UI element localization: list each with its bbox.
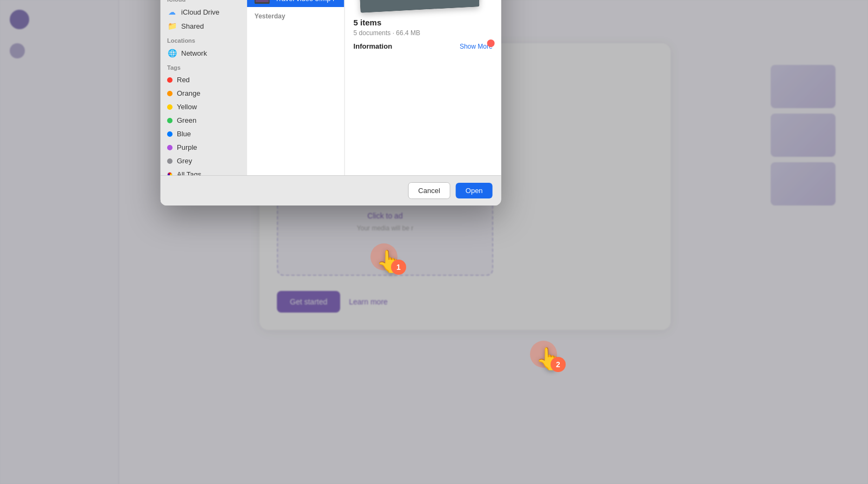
sidebar-label-blue: Blue xyxy=(177,130,191,138)
sidebar-item-shared[interactable]: 📁 Shared xyxy=(161,19,247,33)
preview-images-container xyxy=(358,0,488,7)
preview-info-row: Information Show More xyxy=(354,42,493,50)
sidebar-icloud-label: iCloud xyxy=(161,0,247,5)
cancel-button[interactable]: Cancel xyxy=(408,182,450,199)
sidebar-label-network: Network xyxy=(181,49,207,57)
red-tag-dot xyxy=(167,77,173,83)
open-button[interactable]: Open xyxy=(456,183,493,198)
sidebar-item-grey[interactable]: Grey xyxy=(161,154,247,168)
sidebar-locations-label: Locations xyxy=(161,33,247,46)
yesterday-header: Yesterday xyxy=(247,7,344,23)
sidebar-item-purple[interactable]: Purple xyxy=(161,141,247,154)
orange-tag-dot xyxy=(167,91,173,96)
dialog-preview: 5 items 5 documents · 66.4 MB Informatio… xyxy=(344,0,501,175)
green-tag-dot xyxy=(167,118,173,123)
sidebar-item-all-tags[interactable]: All Tags... xyxy=(161,168,247,175)
sidebar-item-icloud-drive[interactable]: ☁ iCloud Drive xyxy=(161,5,247,19)
dialog-footer: Cancel Open xyxy=(161,175,501,205)
sidebar-item-yellow[interactable]: Yellow xyxy=(161,100,247,114)
sidebar-item-network[interactable]: 🌐 Network xyxy=(161,46,247,60)
dialog-filelist[interactable]: Today Travel video 1.mp4 Travel video 2.… xyxy=(247,0,344,175)
preview-size: 5 documents · 66.4 MB xyxy=(354,29,493,37)
dialog-close-button[interactable] xyxy=(487,39,495,47)
sidebar-item-blue[interactable]: Blue xyxy=(161,127,247,141)
network-icon: 🌐 xyxy=(167,49,177,57)
sidebar-label-all-tags: All Tags... xyxy=(177,170,207,175)
preview-image-front xyxy=(356,0,479,13)
sidebar-label-orange: Orange xyxy=(177,89,200,97)
sidebar-item-orange[interactable]: Orange xyxy=(161,87,247,100)
sidebar-item-red[interactable]: Red xyxy=(161,73,247,87)
sidebar-label-red: Red xyxy=(177,76,190,84)
icloud-drive-icon: ☁ xyxy=(167,8,177,16)
preview-count: 5 items xyxy=(354,18,493,27)
sidebar-label-grey: Grey xyxy=(177,157,192,165)
sidebar-item-green[interactable]: Green xyxy=(161,114,247,127)
sidebar-label-purple: Purple xyxy=(177,143,197,151)
sidebar-label-icloud-drive: iCloud Drive xyxy=(181,8,220,16)
sidebar-label-green: Green xyxy=(177,116,196,124)
file-name-5: Travel video 5.mp4 xyxy=(275,0,335,3)
preview-information-label: Information xyxy=(354,42,393,50)
grey-tag-dot xyxy=(167,158,173,164)
sidebar-label-yellow: Yellow xyxy=(177,103,197,111)
svg-rect-19 xyxy=(360,0,479,13)
dialog-body: Favourites ⏱ Recents 🚀 Applicatio... 🖥 D… xyxy=(161,0,501,175)
shared-icon: 📁 xyxy=(167,22,177,30)
dialog-sidebar: Favourites ⏱ Recents 🚀 Applicatio... 🖥 D… xyxy=(161,0,247,175)
svg-rect-10 xyxy=(256,0,269,2)
file-thumb-5 xyxy=(255,0,270,4)
file-item-5[interactable]: Travel video 5.mp4 xyxy=(247,0,344,7)
preview-info: 5 items 5 documents · 66.4 MB Informatio… xyxy=(354,18,493,50)
file-dialog: ‹ › ⊞ ▾ ⊟ ▾ ⬇ Downloads ⌃⌄ 🔍 Favourites xyxy=(161,0,501,205)
sidebar-label-shared: Shared xyxy=(181,22,204,30)
blue-tag-dot xyxy=(167,131,173,137)
purple-tag-dot xyxy=(167,145,173,150)
sidebar-tags-label: Tags xyxy=(161,60,247,73)
yellow-tag-dot xyxy=(167,104,173,110)
